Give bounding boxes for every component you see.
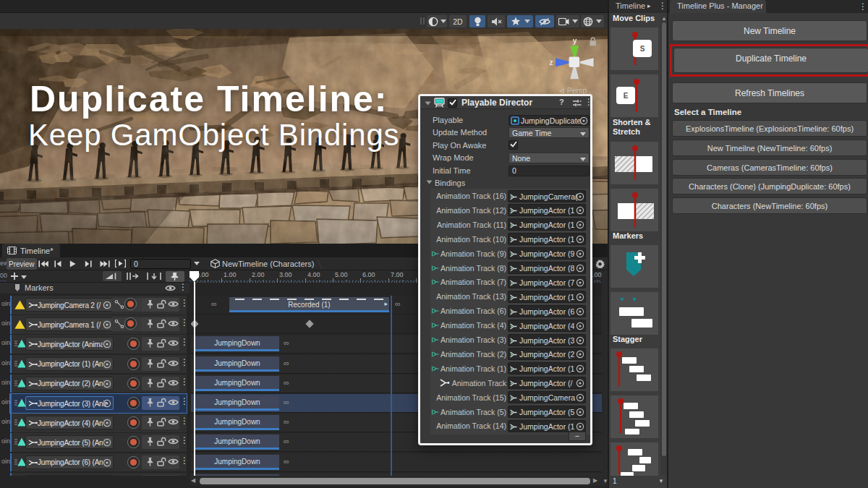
svg-text:z: z <box>549 59 553 67</box>
svg-text:S: S <box>640 45 645 53</box>
svg-text:E: E <box>624 92 629 100</box>
svg-text:y: y <box>573 37 577 45</box>
